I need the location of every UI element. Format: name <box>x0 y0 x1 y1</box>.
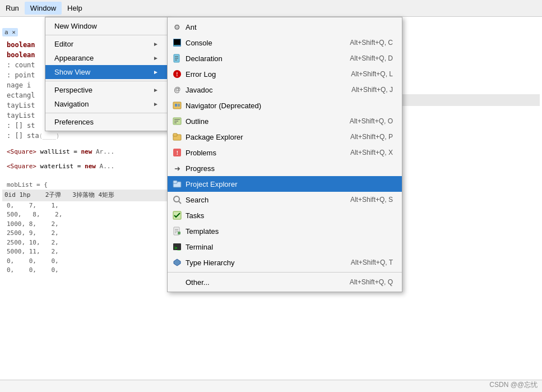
sv-item-ant[interactable]: ⚙ Ant <box>168 19 402 35</box>
menu-separator-1 <box>45 35 168 35</box>
tasks-icon <box>172 210 182 220</box>
sv-item-templates[interactable]: Templates <box>168 223 402 239</box>
svg-rect-11 <box>178 104 180 107</box>
package-explorer-shortcut: Alt+Shift+Q, P <box>350 133 393 141</box>
templates-icon <box>172 226 182 236</box>
search-icon <box>172 195 182 205</box>
sv-item-tasks[interactable]: Tasks <box>168 207 402 223</box>
progress-icon: ➜ <box>172 163 182 173</box>
sv-item-package-explorer[interactable]: Package Explorer Alt+Shift+Q, P <box>168 129 402 145</box>
menu-item-show-view[interactable]: Show View ► <box>45 65 168 79</box>
sv-item-terminal[interactable]: >_ Terminal <box>168 239 402 255</box>
menu-separator-3 <box>45 113 168 113</box>
svg-point-22 <box>174 196 179 202</box>
other-shortcut: Alt+Shift+Q, Q <box>350 278 393 286</box>
svg-rect-21 <box>173 181 177 183</box>
sv-item-declaration[interactable]: Declaration Alt+Shift+Q, D <box>168 50 402 66</box>
showview-submenu: ⚙ Ant _ Console Alt+Shift+Q, C Declarati… <box>167 17 402 292</box>
outline-shortcut: Alt+Shift+Q, O <box>350 117 393 125</box>
terminal-icon: >_ <box>172 242 182 252</box>
sv-separator <box>168 272 402 273</box>
svg-text:>_: >_ <box>174 245 180 251</box>
navigation-arrow-icon: ► <box>153 101 159 107</box>
sv-item-search[interactable]: Search Alt+Shift+Q, S <box>168 192 402 207</box>
menubar: Run Window Help <box>0 0 542 17</box>
sv-item-outline[interactable]: Outline Alt+Shift+Q, O <box>168 113 402 129</box>
svg-rect-10 <box>175 104 177 107</box>
error-log-shortcut: Alt+Shift+Q, L <box>351 70 393 78</box>
declaration-icon <box>172 53 182 63</box>
declaration-shortcut: Alt+Shift+Q, D <box>350 54 393 62</box>
menubar-help[interactable]: Help <box>62 2 88 15</box>
sv-item-other[interactable]: Other... Alt+Shift+Q, Q <box>168 274 402 290</box>
error-log-icon: ! <box>172 69 182 79</box>
console-icon: _ <box>172 38 182 48</box>
menu-item-appearance[interactable]: Appearance ► <box>45 51 168 65</box>
menu-item-navigation[interactable]: Navigation ► <box>45 97 168 111</box>
other-icon <box>172 277 182 287</box>
statusbar <box>0 380 542 392</box>
problems-shortcut: Alt+Shift+Q, X <box>350 149 393 156</box>
svg-text:!: ! <box>177 149 179 156</box>
editor-arrow-icon: ► <box>153 41 159 47</box>
sv-item-project-explorer[interactable]: Project Explorer <box>168 176 402 192</box>
watermark: CSDN @@忘忧 <box>489 380 538 390</box>
javadoc-shortcut: Alt+Shift+Q, J <box>351 86 393 94</box>
svg-marker-32 <box>174 259 180 266</box>
window-dropdown-menu: New Window Editor ► Appearance ► Show Vi… <box>45 17 168 131</box>
menu-item-preferences[interactable]: Preferences <box>45 115 168 129</box>
sv-item-error-log[interactable]: ! Error Log Alt+Shift+Q, L <box>168 66 402 82</box>
sv-item-console[interactable]: _ Console Alt+Shift+Q, C <box>168 35 402 50</box>
sv-item-progress[interactable]: ➜ Progress <box>168 160 402 176</box>
menu-item-perspective[interactable]: Perspective ► <box>45 83 168 97</box>
navigator-icon <box>172 100 182 110</box>
sv-item-navigator[interactable]: Navigator (Deprecated) <box>168 98 402 113</box>
svg-line-23 <box>179 201 181 204</box>
menubar-window[interactable]: Window <box>25 2 62 15</box>
svg-rect-29 <box>178 232 180 234</box>
menubar-run[interactable]: Run <box>0 2 25 15</box>
package-explorer-icon <box>172 132 182 142</box>
svg-rect-17 <box>173 133 177 136</box>
menu-item-new-window[interactable]: New Window <box>45 19 168 33</box>
console-shortcut: Alt+Shift+Q, C <box>350 39 393 47</box>
sv-item-javadoc[interactable]: @ Javadoc Alt+Shift+Q, J <box>168 82 402 98</box>
appearance-arrow-icon: ► <box>153 55 159 61</box>
search-shortcut: Alt+Shift+Q, S <box>350 196 393 204</box>
menu-item-editor[interactable]: Editor ► <box>45 37 168 51</box>
show-view-arrow-icon: ► <box>153 69 159 75</box>
javadoc-icon: @ <box>172 85 182 95</box>
ant-icon: ⚙ <box>172 22 182 32</box>
outline-icon <box>172 116 182 126</box>
menu-separator-2 <box>45 81 168 81</box>
type-hierarchy-shortcut: Alt+Shift+Q, T <box>351 259 393 266</box>
project-explorer-icon <box>172 179 182 189</box>
svg-text:!: ! <box>176 71 178 77</box>
problems-icon: ! <box>172 147 182 158</box>
sv-item-problems[interactable]: ! Problems Alt+Shift+Q, X <box>168 145 402 160</box>
type-hierarchy-icon <box>172 257 182 268</box>
sv-item-type-hierarchy[interactable]: Type Hierarchy Alt+Shift+Q, T <box>168 255 402 270</box>
perspective-arrow-icon: ► <box>153 87 159 93</box>
